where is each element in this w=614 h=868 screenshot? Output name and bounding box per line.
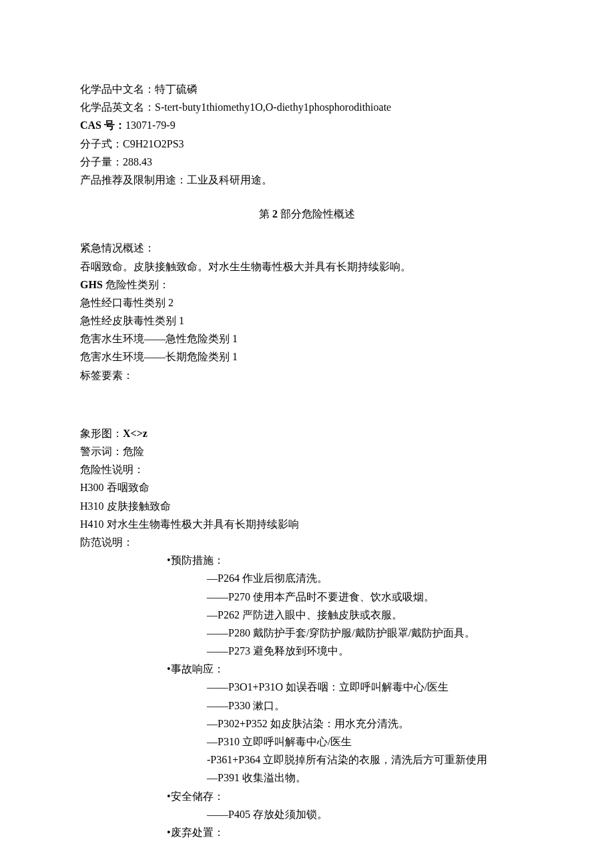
name-cn-line: 化学品中文名：特丁硫磷	[80, 80, 534, 98]
section-2-heading: 第 2 部分危险性概述	[80, 205, 534, 223]
section-2-number: 2	[272, 208, 278, 220]
precaution-item: —P310 立即呼叫解毒中心/医生	[80, 733, 534, 751]
precaution-item: ——P405 存放处须加锁。	[80, 805, 534, 823]
precaution-item: —P302+P352 如皮肤沾染：用水充分清洗。	[80, 715, 534, 733]
signal-value: 危险	[123, 446, 144, 457]
use-label: 产品推荐及限制用途：	[80, 174, 187, 185]
precaution-item: ——P330 漱口。	[80, 697, 534, 715]
hazard-statement: H300 吞咽致命	[80, 478, 534, 496]
ghs-label: GHS 危险性类别：	[80, 276, 534, 294]
name-en-value: S-tert-buty1thiomethy1O,O-diethy1phospho…	[155, 101, 391, 113]
precaution-item: —P262 严防进入眼中、接触皮肤或衣服。	[80, 606, 534, 624]
pictogram-value: X<>z	[123, 428, 147, 439]
label-elements: 标签要素：	[80, 366, 534, 384]
precaution-group-title: •废弃处置：	[80, 823, 534, 841]
signal-line: 警示词：危险	[80, 442, 534, 460]
haz-stmt-label: 危险性说明：	[80, 460, 534, 478]
use-value: 工业及科研用途。	[187, 174, 272, 185]
emergency-text: 吞咽致命。皮肤接触致命。对水生生物毒性极大并具有长期持续影响。	[80, 258, 534, 276]
cas-label: CAS 号：	[80, 119, 125, 131]
mw-label: 分子量：	[80, 156, 123, 167]
use-line: 产品推荐及限制用途：工业及科研用途。	[80, 171, 534, 189]
precaution-item: -P361+P364 立即脱掉所有沾染的衣服，清洗后方可重新使用	[80, 751, 534, 769]
formula-line: 分子式：C9H21O2PS3	[80, 135, 534, 153]
precaution-item: ——P273 避免释放到环境中。	[80, 642, 534, 660]
name-en-label: 化学品英文名：	[80, 101, 155, 113]
signal-label: 警示词：	[80, 446, 123, 457]
name-cn-label: 化学品中文名：	[80, 83, 155, 95]
precaution-item: —P391 收集溢出物。	[80, 769, 534, 787]
name-en-line: 化学品英文名：S-tert-buty1thiomethy1O,O-diethy1…	[80, 98, 534, 116]
section-2-suffix: 部分危险性概述	[278, 208, 355, 220]
name-cn-value: 特丁硫磷	[155, 83, 198, 95]
emergency-label: 紧急情况概述：	[80, 239, 534, 257]
precaution-item: ——P3O1+P31O 如误吞咽：立即呼叫解毒中心/医生	[80, 678, 534, 696]
section-2-prefix: 第	[259, 208, 272, 220]
precaution-item: —P264 作业后彻底清洗。	[80, 569, 534, 587]
mw-value: 288.43	[123, 156, 152, 167]
pictogram-line: 象形图：X<>z	[80, 424, 534, 442]
hazard-statement: H310 皮肤接触致命	[80, 497, 534, 515]
ghs-label-rest: 危险性类别：	[103, 279, 170, 290]
mw-line: 分子量：288.43	[80, 153, 534, 171]
precaution-label: 防范说明：	[80, 533, 534, 551]
cas-line: CAS 号：13071-79-9	[80, 116, 534, 134]
pictogram-gap	[80, 384, 534, 424]
ghs-category: 危害水生环境——急性危险类别 1	[80, 330, 534, 348]
pictogram-label: 象形图：	[80, 428, 123, 439]
ghs-category: 危害水生环境——长期危险类别 1	[80, 348, 534, 366]
precaution-item: ——P280 戴防护手套/穿防护服/戴防护眼罩/戴防护面具。	[80, 624, 534, 642]
ghs-category: 急性经皮肤毒性类别 1	[80, 312, 534, 330]
formula-label: 分子式：	[80, 138, 123, 149]
cas-value: 13071-79-9	[125, 119, 176, 131]
hazard-statement: H410 对水生生物毒性极大并具有长期持续影响	[80, 515, 534, 533]
ghs-label-bold: GHS	[80, 279, 103, 290]
precaution-item: ——P270 使用本产品时不要进食、饮水或吸烟。	[80, 588, 534, 606]
precaution-group-title: •安全储存：	[80, 787, 534, 805]
ghs-category: 急性经口毒性类别 2	[80, 294, 534, 312]
precaution-group-title: •事故响应：	[80, 660, 534, 678]
precaution-group-title: •预防措施：	[80, 551, 534, 569]
formula-value: C9H21O2PS3	[123, 138, 184, 149]
